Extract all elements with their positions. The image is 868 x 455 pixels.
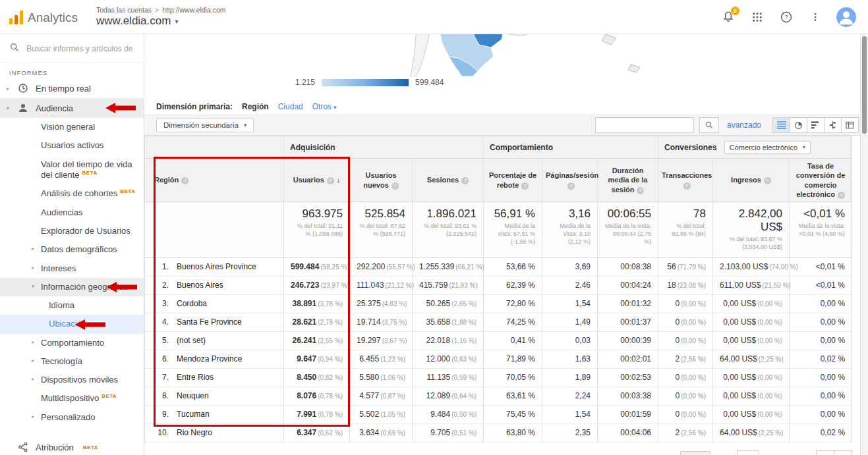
region-name[interactable]: Rio Negro	[177, 428, 212, 437]
column-header-users[interactable]: Usuarios?↓	[284, 159, 350, 202]
help-icon[interactable]: ?	[778, 9, 794, 25]
metric-cell-conv_rate: 0,00 %	[790, 331, 852, 350]
region-cell[interactable]: 10.Rio Negro	[145, 423, 284, 442]
column-header-bounce[interactable]: Porcentaje de rebote?	[484, 159, 542, 202]
pivot-view-icon[interactable]	[841, 117, 859, 133]
region-cell[interactable]: 2.Buenos Aires	[145, 276, 284, 294]
breadcrumb-all-accounts[interactable]: Todas las cuentas	[96, 6, 152, 14]
region-name[interactable]: Mendoza Province	[177, 354, 242, 363]
column-header-region[interactable]: Región?	[145, 159, 284, 202]
help-icon[interactable]: ?	[181, 177, 188, 184]
sidebar-item-realtime[interactable]: ▸ En tiempo real	[0, 78, 144, 98]
dimension-option-city[interactable]: Ciudad	[278, 102, 303, 111]
notifications-bell-icon[interactable]: 2	[720, 9, 736, 25]
sidebar-item-dispositivos-moviles[interactable]: ▸Dispositivos móviles	[0, 371, 144, 389]
chevron-down-icon: ▾	[803, 144, 805, 150]
region-name[interactable]: Entre Rios	[177, 373, 214, 382]
help-icon[interactable]: ?	[838, 192, 845, 199]
region-cell[interactable]: 9.Tucuman	[145, 405, 284, 423]
beta-badge: BETA	[82, 170, 98, 176]
column-header-sessions[interactable]: Sesiones?	[413, 159, 484, 202]
sidebar-item-valor-tiempo-vida[interactable]: Valor del tiempo de vida del clienteBETA	[0, 155, 144, 185]
breadcrumb-property[interactable]: http://www.eldia.com	[162, 6, 225, 14]
region-name[interactable]: Neuquen	[177, 391, 209, 400]
region-cell[interactable]: 5.(not set)	[145, 331, 284, 350]
dimension-option-region[interactable]: Región	[242, 102, 269, 111]
sidebar-item-datos-demograficos[interactable]: ▸Datos demográficos	[0, 240, 144, 259]
advanced-filter-link[interactable]: avanzado	[727, 120, 761, 130]
rows-per-page-select[interactable]: 10 ▾	[680, 451, 710, 455]
scrollbar-thumb[interactable]	[862, 36, 867, 134]
previous-page-button[interactable]: ◀	[816, 450, 834, 455]
sidebar-item-comportamiento[interactable]: ▸Comportamiento	[0, 334, 144, 352]
region-cell[interactable]: 1.Buenos Aires Province	[145, 257, 284, 276]
sidebar-item-attribution[interactable]: Atribución BETA	[0, 437, 144, 455]
conversion-type-selector[interactable]: Comercio electrónico ▾	[724, 141, 811, 154]
sidebar: INFORMES ▸ En tiempo real ▾ Audiencia Vi…	[0, 34, 144, 455]
region-name[interactable]: Buenos Aires Province	[177, 262, 256, 271]
column-header-conv-rate[interactable]: Tasa de conversión de comercio electróni…	[790, 159, 852, 202]
performance-view-icon[interactable]	[807, 117, 825, 133]
help-icon[interactable]: ?	[391, 182, 399, 190]
table-search-button[interactable]	[699, 117, 719, 133]
column-header-revenue[interactable]: Ingresos?	[713, 159, 790, 202]
sidebar-item-label: Atribución	[36, 442, 74, 452]
column-header-new-users[interactable]: Usuarios nuevos?	[350, 159, 413, 202]
analytics-logo[interactable]: Analytics	[9, 10, 78, 24]
percentage-view-icon[interactable]	[790, 117, 807, 133]
metric-cell-duration: 00:04:06	[598, 423, 658, 442]
next-page-button[interactable]: ▶	[834, 450, 852, 455]
help-icon[interactable]: ?	[521, 182, 529, 190]
user-avatar[interactable]	[836, 7, 856, 27]
region-cell[interactable]: 8.Neuquen	[145, 387, 284, 405]
comparison-view-icon[interactable]	[824, 117, 842, 133]
metric-cell-bounce: 74,25 %	[484, 313, 542, 331]
help-icon[interactable]: ?	[461, 177, 469, 184]
region-name[interactable]: Buenos Aires	[177, 281, 223, 290]
help-icon[interactable]: ?	[637, 187, 644, 194]
metric-cell-transactions: 0(0,00 %)	[658, 331, 713, 350]
help-icon[interactable]: ?	[327, 177, 334, 184]
region-name[interactable]: Tucuman	[177, 410, 210, 419]
vertical-scrollbar[interactable]	[860, 34, 868, 455]
region-cell[interactable]: 4.Santa Fe Province	[145, 313, 284, 331]
row-rank: 10.	[152, 428, 169, 437]
overflow-menu-icon[interactable]	[807, 9, 823, 25]
sidebar-item-idioma[interactable]: Idioma	[0, 296, 144, 315]
sidebar-item-personalizado[interactable]: ▸Personalizado	[0, 408, 144, 427]
help-icon[interactable]: ?	[764, 177, 771, 184]
region-name[interactable]: Cordoba	[177, 299, 207, 308]
sidebar-item-informacion-geografica[interactable]: ▾Información geográfica	[0, 278, 144, 296]
account-selector[interactable]: www.eldia.com ▾	[96, 14, 226, 28]
sidebar-item-usuarios-activos[interactable]: Usuarios activos	[0, 136, 144, 155]
dimension-option-other[interactable]: Otros▾	[312, 102, 337, 111]
sidebar-item-ubicacion[interactable]: Ubicación	[0, 315, 144, 333]
help-icon[interactable]: ?	[567, 182, 575, 190]
table-view-icon[interactable]	[772, 117, 790, 133]
geo-map[interactable]	[144, 34, 860, 76]
table-search-input[interactable]	[595, 117, 694, 133]
sidebar-item-audiencias[interactable]: Audiencias	[0, 203, 144, 222]
region-name[interactable]: Santa Fe Province	[177, 317, 242, 327]
region-name[interactable]: (not set)	[177, 336, 206, 345]
region-cell[interactable]: 6.Mendoza Province	[145, 350, 284, 368]
help-icon[interactable]: ?	[683, 182, 691, 190]
apps-grid-icon[interactable]	[749, 9, 765, 25]
sidebar-item-vision-general[interactable]: Visión general	[0, 118, 144, 136]
sidebar-item-audience[interactable]: ▾ Audiencia	[0, 98, 144, 118]
sidebar-item-explorador-usuarios[interactable]: Explorador de Usuarios	[0, 222, 144, 240]
search-input[interactable]	[26, 44, 134, 53]
secondary-dimension-button[interactable]: Dimensión secundaria ▾	[156, 118, 254, 132]
column-header-duration[interactable]: Duración media de la sesión?	[598, 159, 658, 202]
column-header-pages[interactable]: Páginas/sesión?	[542, 159, 598, 202]
sidebar-item-intereses[interactable]: ▸Intereses	[0, 259, 144, 278]
goto-page-input[interactable]	[737, 450, 759, 455]
region-cell[interactable]: 3.Cordoba	[145, 294, 284, 313]
sidebar-item-multidispositivo[interactable]: MultidispositivoBETA	[0, 389, 144, 408]
region-cell[interactable]: 7.Entre Rios	[145, 368, 284, 387]
sidebar-item-analisis-cohortes[interactable]: Análisis de cohortesBETA	[0, 184, 144, 203]
sidebar-search[interactable]	[0, 34, 144, 63]
column-header-transactions[interactable]: Transacciones?	[658, 159, 713, 202]
sidebar-item-label: Datos demográficos	[41, 244, 117, 254]
sidebar-item-tecnologia[interactable]: ▸Tecnología	[0, 352, 144, 371]
